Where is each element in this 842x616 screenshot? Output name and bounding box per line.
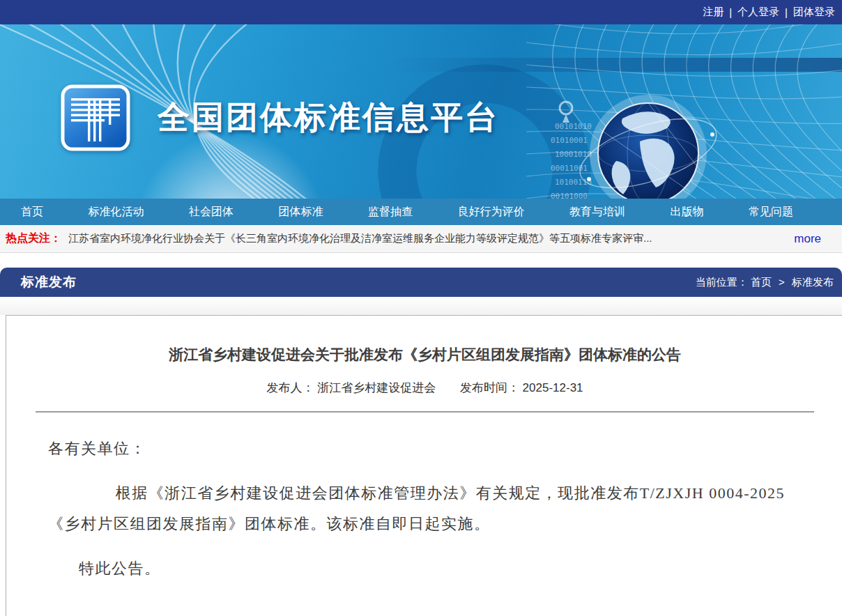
nav-item-supervision-checks[interactable]: 监督抽查 xyxy=(368,205,413,220)
article-panel: 浙江省乡村建设促进会关于批准发布《乡村片区组团发展指南》团体标准的公告 发布人：… xyxy=(6,315,842,616)
article-paragraph: 根据《浙江省乡村建设促进会团体标准管理办法》有关规定，现批准发布T/ZJXJH … xyxy=(48,478,802,539)
nav-item-faq[interactable]: 常见问题 xyxy=(749,205,793,220)
register-link[interactable]: 注册 xyxy=(703,6,724,19)
site-title: 全国团体标准信息平台 xyxy=(158,96,499,139)
binary-text: 00101000 xyxy=(551,192,588,199)
publish-date-value: 2025-12-31 xyxy=(523,381,583,394)
hot-topics-label: 热点关注： xyxy=(6,231,61,246)
article-body: 各有关单位： 根据《浙江省乡村建设促进会团体标准管理办法》有关规定，现批准发布T… xyxy=(6,433,842,584)
nav-item-home[interactable]: 首页 xyxy=(21,205,43,220)
salutation: 各有关单位： xyxy=(48,433,802,464)
main-nav: 首页 标准化活动 社会团体 团体标准 监督抽查 良好行为评价 教育与培训 出版物… xyxy=(0,199,842,225)
more-link[interactable]: more xyxy=(794,232,821,246)
hot-topics-bar: 热点关注： 江苏省室内环境净化行业协会关于《长三角室内环境净化治理及洁净室运维服… xyxy=(0,225,842,253)
platform-logo-icon xyxy=(60,84,131,151)
banner: 00101010 01010001 10001010 00011001 1010… xyxy=(0,24,842,199)
topbar-separator: | xyxy=(785,6,788,18)
nav-item-group-standards[interactable]: 团体标准 xyxy=(279,205,323,220)
breadcrumb-label: 当前位置： xyxy=(696,276,748,288)
binary-text: 01010001 xyxy=(551,136,588,145)
nav-item-publications[interactable]: 出版物 xyxy=(671,205,704,220)
article-closing: 特此公告。 xyxy=(48,553,802,584)
article-meta: 发布人： 浙江省乡村建设促进会 发布时间： 2025-12-31 xyxy=(6,380,842,396)
personal-login-link[interactable]: 个人登录 xyxy=(737,6,779,19)
binary-text: 00101010 xyxy=(555,122,592,131)
hot-news-link[interactable]: 江苏省室内环境净化行业协会关于《长三角室内环境净化治理及洁净室运维服务企业能力等… xyxy=(68,232,776,245)
spacer xyxy=(0,253,842,268)
topbar-separator: | xyxy=(729,6,732,18)
breadcrumb-current-link[interactable]: 标准发布 xyxy=(792,276,834,288)
spacer xyxy=(0,297,842,315)
divider xyxy=(36,411,814,413)
topbar-links: 注册 | 个人登录 | 团体登录 xyxy=(703,6,835,19)
article-title: 浙江省乡村建设促进会关于批准发布《乡村片区组团发展指南》团体标准的公告 xyxy=(6,345,842,364)
section-bar: 标准发布 当前位置： 首页 > 标准发布 xyxy=(0,268,842,297)
breadcrumb-separator: > xyxy=(779,276,785,288)
publisher-label: 发布人： xyxy=(266,381,314,394)
breadcrumb-home-link[interactable]: 首页 xyxy=(751,276,772,288)
breadcrumb: 当前位置： 首页 > 标准发布 xyxy=(696,276,834,289)
nav-item-standardization-activities[interactable]: 标准化活动 xyxy=(89,205,144,220)
nav-item-social-organizations[interactable]: 社会团体 xyxy=(189,205,234,220)
publish-date-label: 发布时间： xyxy=(460,381,519,394)
nav-item-education-training[interactable]: 教育与培训 xyxy=(569,205,625,220)
banner-dark-band xyxy=(390,58,842,72)
brand: 全国团体标准信息平台 xyxy=(60,84,499,151)
section-title: 标准发布 xyxy=(21,273,77,291)
group-login-link[interactable]: 团体登录 xyxy=(793,6,835,19)
topbar: 注册 | 个人登录 | 团体登录 xyxy=(0,0,842,24)
nav-item-good-behavior-evaluation[interactable]: 良好行为评价 xyxy=(458,205,525,220)
publisher-value: 浙江省乡村建设促进会 xyxy=(317,381,436,394)
